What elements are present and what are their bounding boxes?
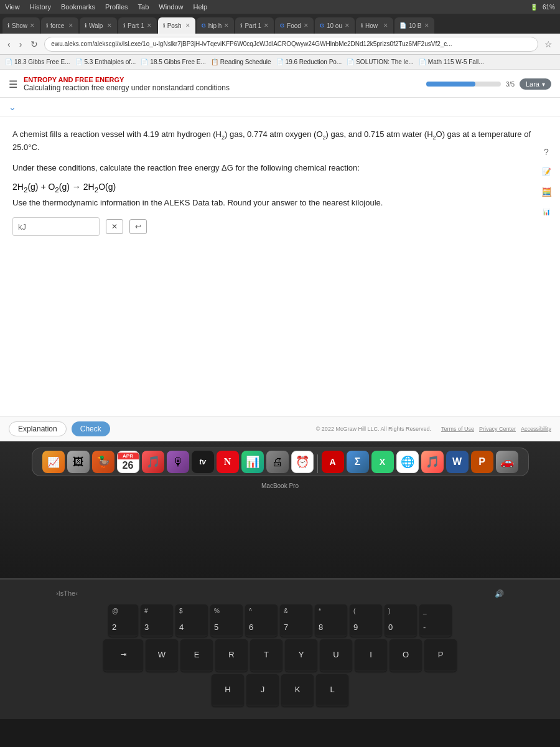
dock-item-aleks[interactable]: A: [322, 451, 344, 473]
bookmark-enthalpies[interactable]: 📄 5.3 Enthalpies of...: [75, 59, 136, 65]
answer-input[interactable]: [12, 217, 100, 236]
key-h[interactable]: H: [212, 674, 244, 707]
dock-item-word[interactable]: W: [446, 451, 469, 473]
terms-link[interactable]: Terms of Use: [441, 426, 474, 432]
key-dash[interactable]: _ -: [419, 604, 452, 637]
tab-10b[interactable]: 📄 10 B ✕: [394, 17, 434, 34]
key-tab[interactable]: @ 2: [108, 604, 138, 637]
tab-how-close[interactable]: ✕: [383, 22, 388, 29]
bookmark-gibbs2[interactable]: 📄 18.5 Gibbs Free E...: [141, 59, 206, 65]
key-w[interactable]: W: [146, 639, 178, 672]
tab-force-close[interactable]: ✕: [68, 22, 73, 29]
key-k[interactable]: K: [281, 674, 314, 707]
tab-posh-close[interactable]: ✕: [185, 22, 190, 29]
menu-profiles[interactable]: Profiles: [105, 3, 128, 11]
menu-tab[interactable]: Tab: [138, 3, 149, 11]
tab-walp[interactable]: ℹ Walp ✕: [80, 17, 117, 34]
dock-item-powerpoint[interactable]: P: [471, 451, 493, 473]
menu-bookmarks[interactable]: Bookmarks: [61, 3, 95, 11]
forward-button[interactable]: ›: [17, 38, 25, 50]
menu-window[interactable]: Window: [159, 3, 183, 11]
key-y[interactable]: Y: [285, 639, 317, 672]
key-3[interactable]: # 3: [141, 604, 173, 637]
privacy-link[interactable]: Privacy Center: [479, 426, 516, 432]
dock-item-netflix[interactable]: N: [217, 451, 239, 473]
bookmark-reading[interactable]: 📋 Reading Schedule: [211, 59, 271, 65]
key-e[interactable]: E: [180, 639, 213, 672]
key-tab[interactable]: ⇥: [103, 639, 143, 672]
explanation-button[interactable]: Explanation: [9, 421, 67, 436]
tab-g-10ou-close[interactable]: ✕: [345, 22, 350, 29]
bookmark-reduction[interactable]: 📄 19.6 Reduction Po...: [276, 59, 342, 65]
dock-item-sigma[interactable]: Σ: [347, 451, 369, 473]
reload-button[interactable]: ↻: [28, 38, 40, 50]
clear-button[interactable]: ✕: [106, 219, 123, 234]
key-r[interactable]: R: [215, 639, 248, 672]
tab-show-close[interactable]: ✕: [30, 22, 35, 29]
dock-item-printer[interactable]: 🖨: [266, 451, 289, 473]
key-8[interactable]: * 8: [315, 604, 347, 637]
dock-item-photos[interactable]: 🖼: [67, 451, 90, 473]
key-j[interactable]: J: [246, 674, 279, 707]
key-t[interactable]: T: [250, 639, 282, 672]
dock-item-charts[interactable]: 📊: [241, 451, 264, 473]
key-o[interactable]: O: [390, 639, 422, 672]
tab-g-hiph[interactable]: G hip h ✕: [197, 17, 235, 34]
tab-part1b-close[interactable]: ✕: [264, 22, 269, 29]
dock-item-duck[interactable]: 🦆: [92, 451, 114, 473]
tab-g-food-close[interactable]: ✕: [304, 22, 309, 29]
dock-item-chrome[interactable]: 🌐: [396, 451, 419, 473]
dock-item-itunes[interactable]: 🎵: [421, 451, 444, 473]
key-p[interactable]: P: [424, 639, 457, 672]
dock-item-podcasts[interactable]: 🎙: [167, 451, 189, 473]
menu-view[interactable]: View: [5, 3, 20, 11]
dock-item-calendar[interactable]: APR 26: [117, 451, 139, 473]
dock-item-music[interactable]: 🎵: [142, 451, 164, 473]
dock-item-clock[interactable]: ⏰: [291, 451, 314, 473]
dock-item-car[interactable]: 🚗: [496, 451, 518, 473]
key-l[interactable]: L: [316, 674, 348, 707]
tab-part1-close[interactable]: ✕: [147, 22, 152, 29]
data-tab-icon[interactable]: 📊: [539, 204, 554, 219]
expand-icon[interactable]: ⌄: [9, 102, 16, 112]
help-icon[interactable]: ?: [539, 144, 554, 159]
key-5[interactable]: % 5: [210, 604, 243, 637]
back-button[interactable]: ‹: [5, 38, 13, 50]
bookmark-math[interactable]: 📄 Math 115 W-5 Fall...: [419, 59, 484, 65]
tab-part1b[interactable]: ℹ Part 1 ✕: [235, 17, 274, 34]
calculator-icon[interactable]: 🧮: [539, 184, 554, 199]
key-i[interactable]: I: [355, 639, 387, 672]
tab-g-10ou[interactable]: G 10 ou ✕: [315, 17, 355, 34]
bookmark-solution[interactable]: 📄 SOLUTION: The le...: [347, 59, 414, 65]
key-6[interactable]: ^ 6: [245, 604, 278, 637]
bookmark-button[interactable]: ☆: [542, 38, 555, 50]
tab-g-hiph-close[interactable]: ✕: [224, 22, 229, 29]
tab-how[interactable]: ℹ How ✕: [356, 17, 393, 34]
tab-force[interactable]: ℹ force ✕: [41, 17, 78, 34]
menu-help[interactable]: Help: [193, 3, 207, 11]
dock-item-excel[interactable]: X: [371, 451, 394, 473]
key-u[interactable]: U: [320, 639, 352, 672]
key-4[interactable]: $ 4: [175, 604, 208, 637]
check-button[interactable]: Check: [72, 421, 110, 436]
key-0[interactable]: ) 0: [385, 604, 417, 637]
bookmark-gibbs1[interactable]: 📄 18.3 Gibbs Free E...: [5, 59, 70, 65]
tab-part1[interactable]: ℹ Part 1 ✕: [118, 17, 157, 34]
menu-history[interactable]: History: [30, 3, 51, 11]
tab-walp-close[interactable]: ✕: [107, 22, 112, 29]
dock-item-appletv[interactable]: tv: [192, 451, 214, 473]
address-bar[interactable]: [44, 37, 538, 52]
key-7[interactable]: & 7: [280, 604, 312, 637]
accessibility-link[interactable]: Accessibility: [521, 426, 551, 432]
user-badge[interactable]: Lara ▾: [520, 78, 551, 90]
undo-button[interactable]: ↩: [129, 219, 147, 234]
hamburger-menu-icon[interactable]: ☰: [9, 78, 17, 90]
notes-icon[interactable]: 📝: [539, 164, 554, 179]
key-9[interactable]: ( 9: [350, 604, 382, 637]
tab-force-label: force: [50, 22, 64, 29]
dock-item-stocks[interactable]: 📈: [42, 451, 65, 473]
tab-posh[interactable]: ℹ Posh ✕: [158, 17, 195, 34]
tab-show[interactable]: ℹ Show ✕: [2, 17, 40, 34]
tab-g-food[interactable]: G Food ✕: [275, 17, 314, 34]
tab-10b-close[interactable]: ✕: [424, 22, 429, 29]
